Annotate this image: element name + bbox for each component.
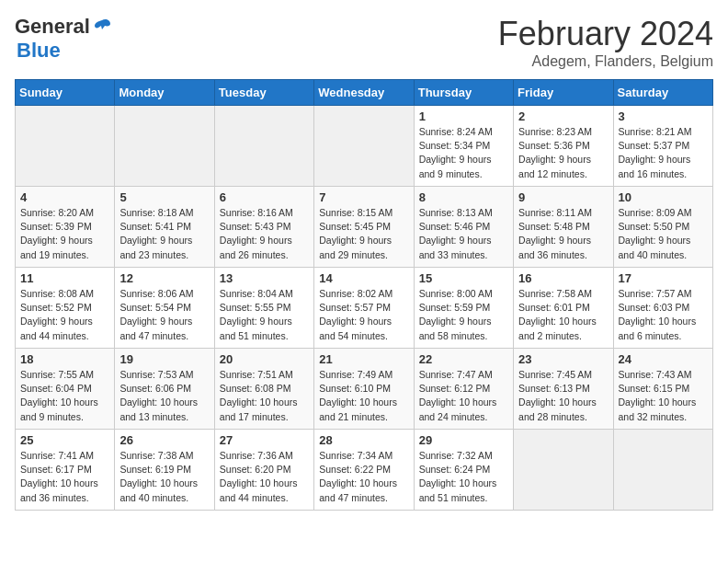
cell-text: Sunrise: 8:24 AM Sunset: 5:34 PM Dayligh… bbox=[419, 125, 508, 181]
day-number: 19 bbox=[119, 352, 209, 366]
day-number: 6 bbox=[220, 190, 309, 204]
day-number: 4 bbox=[20, 190, 109, 204]
calendar-cell: 7Sunrise: 8:15 AM Sunset: 5:45 PM Daylig… bbox=[314, 187, 414, 268]
logo-general: General bbox=[15, 15, 90, 39]
day-number: 7 bbox=[319, 190, 408, 204]
calendar-cell bbox=[115, 106, 214, 187]
cell-text: Sunrise: 8:13 AM Sunset: 5:46 PM Dayligh… bbox=[419, 206, 508, 262]
cell-text: Sunrise: 7:38 AM Sunset: 6:19 PM Dayligh… bbox=[119, 449, 209, 505]
calendar-cell: 12Sunrise: 8:06 AM Sunset: 5:54 PM Dayli… bbox=[115, 268, 214, 349]
calendar-cell bbox=[514, 430, 613, 511]
cell-text: Sunrise: 8:15 AM Sunset: 5:45 PM Dayligh… bbox=[319, 206, 408, 262]
calendar-cell: 29Sunrise: 7:32 AM Sunset: 6:24 PM Dayli… bbox=[414, 430, 513, 511]
page-header: General Blue February 2024 Adegem, Fland… bbox=[15, 15, 713, 70]
location-title: Adegem, Flanders, Belgium bbox=[498, 53, 713, 70]
cell-text: Sunrise: 7:51 AM Sunset: 6:08 PM Dayligh… bbox=[220, 368, 309, 424]
day-header-saturday: Saturday bbox=[613, 80, 712, 106]
cell-text: Sunrise: 8:18 AM Sunset: 5:41 PM Dayligh… bbox=[119, 206, 209, 262]
day-number: 22 bbox=[419, 352, 508, 366]
calendar-cell: 11Sunrise: 8:08 AM Sunset: 5:52 PM Dayli… bbox=[16, 268, 115, 349]
day-number: 1 bbox=[419, 109, 508, 123]
calendar-cell bbox=[314, 106, 414, 187]
day-number: 17 bbox=[619, 271, 708, 285]
calendar-cell: 18Sunrise: 7:55 AM Sunset: 6:04 PM Dayli… bbox=[16, 349, 115, 430]
cell-text: Sunrise: 7:53 AM Sunset: 6:06 PM Dayligh… bbox=[119, 368, 209, 424]
cell-text: Sunrise: 7:55 AM Sunset: 6:04 PM Dayligh… bbox=[20, 368, 109, 424]
day-number: 24 bbox=[619, 352, 708, 366]
calendar-cell: 16Sunrise: 7:58 AM Sunset: 6:01 PM Dayli… bbox=[514, 268, 613, 349]
calendar-cell: 14Sunrise: 8:02 AM Sunset: 5:57 PM Dayli… bbox=[314, 268, 414, 349]
month-title: February 2024 bbox=[498, 15, 713, 53]
cell-text: Sunrise: 8:11 AM Sunset: 5:48 PM Dayligh… bbox=[518, 206, 608, 262]
week-row-5: 25Sunrise: 7:41 AM Sunset: 6:17 PM Dayli… bbox=[16, 430, 713, 511]
day-number: 9 bbox=[518, 190, 608, 204]
calendar-cell: 17Sunrise: 7:57 AM Sunset: 6:03 PM Dayli… bbox=[613, 268, 712, 349]
day-number: 14 bbox=[319, 271, 408, 285]
cell-text: Sunrise: 7:32 AM Sunset: 6:24 PM Dayligh… bbox=[419, 449, 508, 505]
day-number: 11 bbox=[20, 271, 109, 285]
days-header-row: SundayMondayTuesdayWednesdayThursdayFrid… bbox=[16, 80, 713, 106]
day-number: 16 bbox=[518, 271, 608, 285]
calendar-cell: 25Sunrise: 7:41 AM Sunset: 6:17 PM Dayli… bbox=[16, 430, 115, 511]
calendar-cell bbox=[16, 106, 115, 187]
day-number: 3 bbox=[619, 109, 708, 123]
calendar-cell: 15Sunrise: 8:00 AM Sunset: 5:59 PM Dayli… bbox=[414, 268, 513, 349]
title-block: February 2024 Adegem, Flanders, Belgium bbox=[498, 15, 713, 70]
calendar-cell: 24Sunrise: 7:43 AM Sunset: 6:15 PM Dayli… bbox=[613, 349, 712, 430]
calendar-cell: 19Sunrise: 7:53 AM Sunset: 6:06 PM Dayli… bbox=[115, 349, 214, 430]
cell-text: Sunrise: 8:06 AM Sunset: 5:54 PM Dayligh… bbox=[119, 287, 209, 343]
calendar-cell: 2Sunrise: 8:23 AM Sunset: 5:36 PM Daylig… bbox=[514, 106, 613, 187]
day-header-tuesday: Tuesday bbox=[214, 80, 313, 106]
logo-blue: Blue bbox=[17, 39, 61, 63]
cell-text: Sunrise: 8:04 AM Sunset: 5:55 PM Dayligh… bbox=[220, 287, 309, 343]
day-number: 29 bbox=[419, 433, 508, 447]
cell-text: Sunrise: 7:47 AM Sunset: 6:12 PM Dayligh… bbox=[419, 368, 508, 424]
day-number: 28 bbox=[319, 433, 408, 447]
calendar-cell: 4Sunrise: 8:20 AM Sunset: 5:39 PM Daylig… bbox=[16, 187, 115, 268]
logo: General Blue bbox=[15, 15, 112, 63]
day-header-friday: Friday bbox=[514, 80, 613, 106]
day-number: 8 bbox=[419, 190, 508, 204]
calendar-cell bbox=[214, 106, 313, 187]
day-number: 18 bbox=[20, 352, 109, 366]
cell-text: Sunrise: 8:23 AM Sunset: 5:36 PM Dayligh… bbox=[518, 125, 608, 181]
day-number: 27 bbox=[220, 433, 309, 447]
calendar-cell: 9Sunrise: 8:11 AM Sunset: 5:48 PM Daylig… bbox=[514, 187, 613, 268]
calendar-cell: 23Sunrise: 7:45 AM Sunset: 6:13 PM Dayli… bbox=[514, 349, 613, 430]
cell-text: Sunrise: 7:49 AM Sunset: 6:10 PM Dayligh… bbox=[319, 368, 408, 424]
week-row-1: 1Sunrise: 8:24 AM Sunset: 5:34 PM Daylig… bbox=[16, 106, 713, 187]
calendar-cell: 20Sunrise: 7:51 AM Sunset: 6:08 PM Dayli… bbox=[214, 349, 313, 430]
day-number: 20 bbox=[220, 352, 309, 366]
calendar-cell: 22Sunrise: 7:47 AM Sunset: 6:12 PM Dayli… bbox=[414, 349, 513, 430]
day-number: 23 bbox=[518, 352, 608, 366]
day-number: 21 bbox=[319, 352, 408, 366]
day-number: 5 bbox=[119, 190, 209, 204]
calendar-cell: 6Sunrise: 8:16 AM Sunset: 5:43 PM Daylig… bbox=[214, 187, 313, 268]
cell-text: Sunrise: 7:36 AM Sunset: 6:20 PM Dayligh… bbox=[220, 449, 309, 505]
cell-text: Sunrise: 8:02 AM Sunset: 5:57 PM Dayligh… bbox=[319, 287, 408, 343]
week-row-2: 4Sunrise: 8:20 AM Sunset: 5:39 PM Daylig… bbox=[16, 187, 713, 268]
cell-text: Sunrise: 8:09 AM Sunset: 5:50 PM Dayligh… bbox=[619, 206, 708, 262]
day-header-wednesday: Wednesday bbox=[314, 80, 414, 106]
cell-text: Sunrise: 8:16 AM Sunset: 5:43 PM Dayligh… bbox=[220, 206, 309, 262]
cell-text: Sunrise: 8:00 AM Sunset: 5:59 PM Dayligh… bbox=[419, 287, 508, 343]
logo-bird-icon bbox=[92, 17, 112, 37]
calendar-cell: 5Sunrise: 8:18 AM Sunset: 5:41 PM Daylig… bbox=[115, 187, 214, 268]
calendar-cell: 27Sunrise: 7:36 AM Sunset: 6:20 PM Dayli… bbox=[214, 430, 313, 511]
calendar-cell: 21Sunrise: 7:49 AM Sunset: 6:10 PM Dayli… bbox=[314, 349, 414, 430]
cell-text: Sunrise: 7:57 AM Sunset: 6:03 PM Dayligh… bbox=[619, 287, 708, 343]
cell-text: Sunrise: 8:20 AM Sunset: 5:39 PM Dayligh… bbox=[20, 206, 109, 262]
calendar-cell: 26Sunrise: 7:38 AM Sunset: 6:19 PM Dayli… bbox=[115, 430, 214, 511]
calendar-cell: 10Sunrise: 8:09 AM Sunset: 5:50 PM Dayli… bbox=[613, 187, 712, 268]
day-number: 26 bbox=[119, 433, 209, 447]
day-number: 12 bbox=[119, 271, 209, 285]
day-header-thursday: Thursday bbox=[414, 80, 513, 106]
calendar-cell: 13Sunrise: 8:04 AM Sunset: 5:55 PM Dayli… bbox=[214, 268, 313, 349]
cell-text: Sunrise: 7:41 AM Sunset: 6:17 PM Dayligh… bbox=[20, 449, 109, 505]
calendar-cell: 3Sunrise: 8:21 AM Sunset: 5:37 PM Daylig… bbox=[613, 106, 712, 187]
day-header-monday: Monday bbox=[115, 80, 214, 106]
cell-text: Sunrise: 8:08 AM Sunset: 5:52 PM Dayligh… bbox=[20, 287, 109, 343]
cell-text: Sunrise: 7:58 AM Sunset: 6:01 PM Dayligh… bbox=[518, 287, 608, 343]
day-number: 15 bbox=[419, 271, 508, 285]
day-header-sunday: Sunday bbox=[16, 80, 115, 106]
